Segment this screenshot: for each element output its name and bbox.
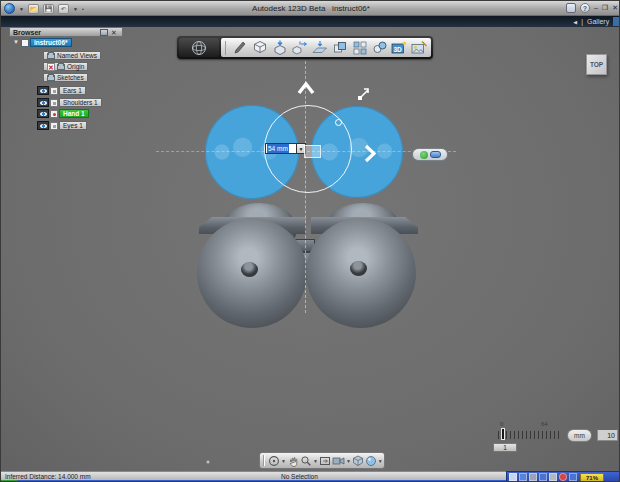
tray-icon-3[interactable] [529, 473, 537, 481]
visibility-eye-icon[interactable] [37, 86, 49, 95]
units-button[interactable]: mm [567, 429, 592, 442]
window-controls: ? – ❐ ✕ [566, 2, 618, 13]
tree-item-ears[interactable]: Ears 1 [37, 86, 86, 95]
tree-label-shoulders[interactable]: Shoulders 1 [59, 98, 102, 107]
capture-image-icon[interactable] [411, 40, 428, 56]
tree-item-hand[interactable]: Hand 1 [37, 109, 89, 118]
tree-label-named-views: Named Views [57, 52, 97, 60]
ruler-max-label: 64 [541, 421, 548, 427]
pattern-icon[interactable] [351, 40, 368, 56]
zoom-icon[interactable] [300, 454, 312, 467]
close-button[interactable]: ✕ [612, 2, 618, 13]
sketch-pencil-icon[interactable] [231, 40, 248, 56]
model-hole-left[interactable] [241, 262, 258, 277]
tree-label-origin: Origin [67, 63, 84, 71]
ruler-min-label: 0 [500, 421, 503, 427]
document-icon [21, 39, 29, 47]
main-toolbar-icons: 3D [221, 38, 431, 57]
tree-label-ears[interactable]: Ears 1 [59, 86, 86, 95]
tree-item-sketches[interactable]: Sketches [43, 73, 88, 82]
model-hole-right[interactable] [350, 261, 367, 276]
tray-icon-2[interactable] [519, 473, 527, 481]
tree-item-shoulders[interactable]: Shoulders 1 [37, 98, 102, 107]
dimension-value[interactable]: 54 mm [267, 144, 289, 153]
main-toolbar: 3D [177, 36, 433, 59]
material-icon[interactable] [365, 454, 377, 467]
app-window: ▼ 📂 💾 ↶ ▼ • Autodesk 123D Beta instruct0… [0, 0, 620, 482]
tree-label-sketches: Sketches [57, 74, 84, 82]
duplicate-icon[interactable] [331, 40, 348, 56]
material-caret-icon[interactable]: ▼ [378, 458, 383, 464]
tree-item-document[interactable]: ▼ instruct06* [13, 38, 72, 47]
solid-checkbox-icon[interactable] [50, 110, 58, 118]
snap-ruler-icon[interactable] [430, 151, 441, 158]
orbit-icon[interactable] [268, 454, 280, 467]
tree-item-origin[interactable]: ✕Origin [43, 62, 88, 71]
browser-close-icon[interactable]: ✕ [111, 29, 119, 36]
browser-title: Browser [10, 29, 100, 36]
hidden-red-x-icon[interactable]: ✕ [47, 63, 55, 71]
primitive-cube-icon[interactable] [251, 40, 268, 56]
tray-icon-6[interactable] [559, 473, 567, 481]
solid-checkbox-icon[interactable] [50, 122, 58, 130]
solid-checkbox-icon[interactable] [50, 99, 58, 107]
viewcube-face-label[interactable]: TOP [590, 61, 603, 68]
sphere-mesh-icon [190, 40, 208, 56]
tree-label-eyes[interactable]: Eyes 1 [59, 121, 87, 130]
gallery-button[interactable]: Gallery [587, 18, 609, 25]
tree-item-named-views[interactable]: Named Views [43, 51, 101, 60]
tray-icon-1[interactable] [509, 473, 517, 481]
browser-panel-header[interactable]: Browser ✕ [9, 27, 123, 37]
press-pull-icon[interactable] [271, 40, 288, 56]
fit-icon[interactable] [319, 454, 331, 467]
move-up-arrow-icon[interactable] [297, 81, 315, 95]
tree-label-document[interactable]: instruct06* [30, 38, 72, 47]
svg-text:3D: 3D [394, 46, 403, 53]
camera-caret-icon[interactable]: ▼ [346, 458, 351, 464]
snap-icon[interactable] [311, 40, 328, 56]
expand-caret-icon[interactable]: ▼ [13, 38, 19, 47]
rotate-ring-handle[interactable] [335, 119, 342, 126]
browser-dock-icon[interactable] [100, 29, 108, 36]
folder-icon [47, 53, 55, 59]
camera-view-icon[interactable] [332, 454, 345, 467]
pan-icon[interactable] [287, 454, 299, 467]
tray-icon-7[interactable] [569, 473, 577, 481]
snap-ruler[interactable] [498, 431, 562, 439]
gallery-collapse-icon[interactable]: ◀ [573, 19, 577, 25]
tree-item-eyes[interactable]: Eyes 1 [37, 121, 87, 130]
folder-icon [57, 64, 65, 70]
visibility-eye-icon[interactable] [37, 121, 49, 130]
sync-icon[interactable] [566, 3, 576, 13]
snap-sphere-icon[interactable] [420, 151, 428, 159]
zoom-caret-icon[interactable]: ▼ [313, 458, 318, 464]
orbit-caret-icon[interactable]: ▼ [281, 458, 286, 464]
combine-icon[interactable] [371, 40, 388, 56]
tray-icon-4[interactable] [539, 473, 547, 481]
solid-checkbox-icon[interactable] [50, 87, 58, 95]
help-button[interactable]: ? [580, 3, 590, 13]
toolbar-drag-dot[interactable] [206, 460, 210, 464]
battery-indicator[interactable]: 71% [580, 473, 604, 482]
scale-handle-icon[interactable] [355, 87, 371, 103]
snap-toggle-widget[interactable] [412, 148, 448, 161]
dimension-input[interactable]: 54 mm [265, 143, 297, 154]
grid-size-field[interactable]: 10 [597, 429, 618, 441]
snap-slider-handle[interactable] [501, 428, 505, 440]
tray-icon-5[interactable] [549, 473, 557, 481]
move-icon[interactable] [291, 40, 308, 56]
toolbar-separator [225, 41, 226, 55]
visibility-eye-icon[interactable] [37, 98, 49, 107]
app-menu-button[interactable] [179, 38, 219, 57]
tree-label-hand[interactable]: Hand 1 [59, 109, 89, 118]
visibility-eye-icon[interactable] [37, 109, 49, 118]
display-style-icon[interactable] [352, 454, 364, 467]
move-right-arrow-icon[interactable] [363, 144, 378, 163]
minimize-button[interactable]: – [594, 2, 598, 13]
viewcube[interactable]: TOP [586, 54, 607, 75]
toolbar-grip[interactable] [263, 455, 265, 466]
scene-3d-icon[interactable]: 3D [391, 40, 408, 56]
maximize-button[interactable]: ❐ [602, 2, 608, 13]
center-grip-square[interactable] [304, 145, 321, 158]
snap-value-box[interactable]: 1 [493, 443, 517, 452]
